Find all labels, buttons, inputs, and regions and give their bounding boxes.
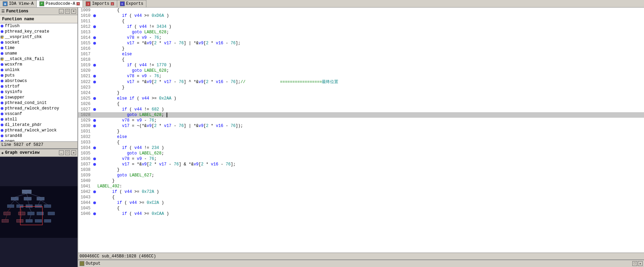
functions-line-status: Line 5827 of 5827 (1, 142, 43, 147)
svg-rect-21 (4, 212, 10, 215)
code-line: 1009 { (78, 8, 644, 13)
graph-close-btn[interactable]: ✕ (71, 150, 76, 155)
graph-minimize-btn[interactable]: _ (59, 150, 64, 155)
function-name-label: sysinfo (5, 90, 22, 94)
graph-title: Graph overview (5, 150, 58, 155)
code-view[interactable]: 1009 {1010 if ( v44 >= 0xD6A )1011 {1012… (78, 8, 644, 253)
functions-status: Line 5827 of 5827 (0, 141, 77, 148)
no-dot (93, 114, 96, 116)
code-text: LABEL_492: (97, 184, 122, 189)
breakpoint-dot (93, 36, 96, 39)
function-item[interactable]: 🔒__vsnprintf_chk (0, 34, 77, 40)
code-line: 1036 v78 = v9 - 76; (78, 156, 644, 162)
function-item[interactable]: 🔒__stack_chk_fail (0, 56, 77, 62)
code-line: 1032 else (78, 134, 644, 140)
code-line: 1013 goto LABEL_628; (78, 30, 644, 35)
output-close-btn[interactable]: ✕ (638, 261, 643, 266)
code-text: v78 = v9 - 76; (97, 156, 157, 161)
no-dot (93, 20, 96, 23)
line-number: 1020 (80, 68, 93, 73)
function-item[interactable]: open (0, 139, 77, 141)
functions-restore-btn[interactable]: □ (65, 9, 70, 14)
code-line: 1025 else if ( v44 >= 0x2AA ) (78, 96, 644, 101)
line-number: 1010 (80, 13, 93, 18)
code-line: 1033 { (78, 140, 644, 145)
tab-pseudocode-a[interactable]: P Pseudocode-A ✕ (37, 0, 83, 7)
function-item[interactable]: puts (0, 73, 77, 78)
line-number: 1021 (80, 74, 93, 79)
function-item[interactable]: socket (0, 40, 77, 45)
func-lock-icon: 🔒 (1, 58, 3, 60)
function-name-col: Function name (2, 17, 34, 22)
tab-ida-view-a[interactable]: ▦ IDA View-A (0, 0, 37, 7)
tab-label-ida: IDA View-A (9, 1, 34, 6)
function-name-label: __vsnprintf_chk (5, 35, 42, 39)
function-item[interactable]: fflush (0, 23, 77, 29)
functions-close-btn[interactable]: ✕ (71, 9, 76, 14)
function-item[interactable]: sysinfo (0, 89, 77, 95)
code-text: if ( v44 != 3434 ) (97, 24, 171, 29)
function-name-label: wcsxfrm (5, 62, 22, 67)
function-item[interactable]: pthread_key_create (0, 29, 77, 34)
code-text: { (97, 8, 120, 13)
code-text: { (97, 19, 124, 24)
functions-list[interactable]: fflushpthread_key_create🔒__vsnprintf_chk… (0, 23, 77, 141)
graph-restore-btn[interactable]: □ (65, 150, 70, 155)
function-item[interactable]: uname (0, 51, 77, 56)
breakpoint-dot (93, 201, 96, 204)
breakpoint-dot (93, 163, 96, 166)
breakpoint-dot (93, 25, 96, 28)
breakpoint-dot (93, 158, 96, 160)
function-name-label: pthread_rwlock_wrlock (5, 128, 57, 133)
tab-close-imports[interactable]: ✕ (111, 2, 114, 5)
code-text: if ( v44 >= 0xC2A ) (97, 200, 164, 205)
tab-imports[interactable]: I Imports ✕ (83, 0, 117, 7)
function-item[interactable]: pthread_cond_init (0, 100, 77, 106)
function-name-label: puts (5, 73, 15, 78)
function-name-label: socket (5, 40, 20, 45)
code-text: v17 = ~(*&v9[2 * v17 - 76] | *&v9[2 * v1… (97, 124, 243, 128)
function-item[interactable]: vsscanf (0, 111, 77, 117)
function-item[interactable]: wcsxfrm (0, 62, 77, 67)
functions-title-bar: ☰ Functions _ □ ✕ (0, 8, 77, 15)
no-dot (93, 92, 96, 94)
code-text: } (97, 91, 120, 95)
function-item[interactable]: dl_iterate_phdr (0, 122, 77, 128)
line-number: 1023 (80, 85, 93, 90)
svg-rect-1 (22, 190, 32, 194)
function-item[interactable]: strtof (0, 84, 77, 89)
code-text: v78 = v9 - 76; (97, 118, 157, 123)
import-icon: I (86, 1, 90, 6)
function-item[interactable]: pthread_rwlock_destroy (0, 106, 77, 111)
tab-exports[interactable]: E Exports (117, 0, 146, 7)
code-text: goto LABEL_628; (97, 151, 164, 156)
func-dot (1, 47, 3, 49)
function-item[interactable]: pthread_rwlock_wrlock (0, 128, 77, 133)
code-text: v17 = *&v9[2 * v17 - 76] ^ *&v9[2 * v16 … (97, 79, 338, 85)
function-item[interactable]: atoll (0, 117, 77, 122)
no-dot (93, 169, 96, 171)
code-line: 1016 } (78, 46, 644, 51)
func-dot (1, 124, 3, 126)
code-text: goto LABEL_627; (97, 173, 154, 178)
function-item[interactable]: time (0, 45, 77, 51)
code-bottom-status: 000466CC sub_445B8:1028 (466CC) (78, 253, 644, 259)
functions-minimize-btn[interactable]: _ (59, 9, 64, 14)
output-restore-btn[interactable]: □ (632, 261, 637, 266)
function-item[interactable]: srand48 (0, 133, 77, 139)
tab-close-pseudo[interactable]: ✕ (76, 2, 80, 5)
function-item[interactable]: iswupper (0, 95, 77, 100)
function-item[interactable]: absrtowcs (0, 78, 77, 84)
func-dot (1, 91, 3, 93)
graph-canvas[interactable] (0, 157, 77, 267)
code-text: goto LABEL_628; (97, 68, 169, 73)
svg-rect-22 (19, 212, 25, 215)
function-name-label: unlink (5, 68, 20, 72)
code-line: 1021 v78 = v9 - 76; (78, 73, 644, 79)
function-item[interactable]: unlink (0, 67, 77, 73)
code-line: 1031 } (78, 129, 644, 134)
graph-title-bar: ◈ Graph overview _ □ ✕ (0, 149, 77, 157)
code-line: 1029 v78 = v9 - 76; (78, 118, 644, 123)
breakpoint-dot (93, 81, 96, 83)
code-line: 1040 } (78, 178, 644, 184)
